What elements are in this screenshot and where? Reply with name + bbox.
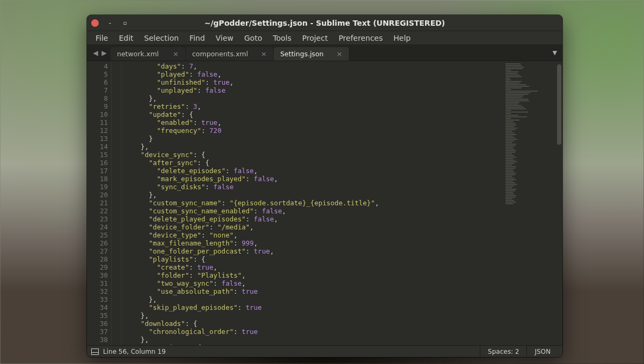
tab-settings-json[interactable]: Settings.json×	[274, 47, 349, 61]
code-line[interactable]: "downloads": {	[125, 320, 502, 328]
line-number[interactable]: 19	[87, 183, 108, 191]
line-number[interactable]: 36	[87, 320, 108, 328]
menu-selection[interactable]: Selection	[139, 32, 185, 44]
line-number[interactable]: 33	[87, 295, 108, 303]
code-line[interactable]: },	[125, 94, 502, 102]
line-number-gutter[interactable]: 4567891011121314151617181920212223242526…	[87, 61, 112, 345]
code-line[interactable]: "after_sync": {	[125, 159, 502, 167]
line-number[interactable]: 7	[87, 86, 108, 94]
code-line[interactable]: "custom_sync_name": "{episode.sortdate}_…	[125, 199, 502, 207]
menu-view[interactable]: View	[210, 32, 239, 44]
code-line[interactable]: "sync_disks": false	[125, 183, 502, 191]
line-number[interactable]: 6	[87, 78, 108, 86]
code-line[interactable]: }	[125, 135, 502, 143]
code-line[interactable]: "mark_episodes_played": false,	[125, 175, 502, 183]
line-number[interactable]: 29	[87, 263, 108, 271]
code-line[interactable]: "max_filename_length": 999,	[125, 239, 502, 247]
line-number[interactable]: 13	[87, 135, 108, 143]
code-line[interactable]: },	[125, 336, 502, 344]
tab-history-forward-icon[interactable]: ▶	[101, 49, 107, 57]
code-line[interactable]: "device_folder": "/media",	[125, 223, 502, 231]
code-line[interactable]: },	[125, 311, 502, 320]
line-number[interactable]: 24	[87, 223, 108, 231]
line-number[interactable]: 21	[87, 199, 108, 207]
code-line[interactable]: "retries": 3,	[125, 102, 502, 110]
tab-close-icon[interactable]: ×	[261, 50, 267, 58]
menu-edit[interactable]: Edit	[113, 32, 138, 44]
code-line[interactable]: "frequency": 720	[125, 127, 502, 135]
menu-help[interactable]: Help	[388, 32, 416, 44]
code-line[interactable]: "skip_played_episodes": true	[125, 303, 502, 311]
vertical-scrollbar[interactable]	[556, 61, 562, 345]
line-number[interactable]: 11	[87, 118, 108, 127]
titlebar[interactable]: – ▫ ~/gPodder/Settings.json - Sublime Te…	[87, 15, 562, 31]
tab-components-xml[interactable]: components.xml×	[186, 47, 274, 61]
line-number[interactable]: 30	[87, 271, 108, 279]
line-number[interactable]: 31	[87, 279, 108, 287]
line-number[interactable]: 34	[87, 303, 108, 311]
code-line[interactable]: "folder": "Playlists",	[125, 271, 502, 279]
code-line[interactable]: "create": true,	[125, 263, 502, 271]
line-number[interactable]: 37	[87, 328, 108, 336]
line-number[interactable]: 10	[87, 110, 108, 118]
line-number[interactable]: 15	[87, 151, 108, 159]
code-line[interactable]: "two_way_sync": false,	[125, 279, 502, 287]
code-line[interactable]: "enabled": true,	[125, 118, 502, 127]
code-line[interactable]: "days": 7,	[125, 62, 502, 70]
line-number[interactable]: 17	[87, 167, 108, 175]
code-line[interactable]: "custom_sync_name_enabled": false,	[125, 207, 502, 215]
code-line[interactable]: "played": false,	[125, 70, 502, 78]
code-line[interactable]: "playlists": {	[125, 255, 502, 263]
line-number[interactable]: 18	[87, 175, 108, 183]
line-number[interactable]: 12	[87, 127, 108, 135]
code-line[interactable]: "device_type": "none",	[125, 231, 502, 239]
code-line[interactable]: "delete_played_episodes": false,	[125, 215, 502, 223]
line-number[interactable]: 39	[87, 344, 108, 345]
code-line[interactable]: },	[125, 191, 502, 199]
window-maximize-button[interactable]: ▫	[121, 19, 129, 27]
tab-network-xml[interactable]: network.xml×	[111, 47, 186, 61]
window-close-button[interactable]	[91, 19, 99, 27]
tab-overflow-button[interactable]: ▼	[547, 45, 562, 61]
menu-project[interactable]: Project	[297, 32, 333, 44]
code-editor[interactable]: "days": 7, "played": false, "unfinished"…	[121, 61, 502, 345]
line-number[interactable]: 25	[87, 231, 108, 239]
line-number[interactable]: 32	[87, 287, 108, 295]
code-line[interactable]: "one_folder_per_podcast": true,	[125, 247, 502, 255]
menu-goto[interactable]: Goto	[239, 32, 267, 44]
scrollbar-thumb[interactable]	[557, 64, 561, 145]
tab-close-icon[interactable]: ×	[173, 50, 179, 58]
code-line[interactable]: },	[125, 143, 502, 151]
line-number[interactable]: 23	[87, 215, 108, 223]
line-number[interactable]: 28	[87, 255, 108, 263]
panel-switcher-icon[interactable]	[91, 348, 99, 355]
line-number[interactable]: 4	[87, 62, 108, 70]
line-number[interactable]: 8	[87, 94, 108, 102]
indentation-setting[interactable]: Spaces: 2	[480, 346, 526, 357]
code-line[interactable]: "update": {	[125, 110, 502, 118]
line-number[interactable]: 5	[87, 70, 108, 78]
line-number[interactable]: 27	[87, 247, 108, 255]
code-line[interactable]: "use_absolute_path": true	[125, 287, 502, 295]
line-number[interactable]: 16	[87, 159, 108, 167]
line-number[interactable]: 14	[87, 143, 108, 151]
tab-history-back-icon[interactable]: ◀	[92, 49, 99, 57]
line-number[interactable]: 9	[87, 102, 108, 110]
code-line[interactable]: "delete_episodes": false,	[125, 167, 502, 175]
minimap[interactable]	[502, 61, 556, 345]
fold-gutter[interactable]	[112, 61, 121, 345]
line-number[interactable]: 35	[87, 311, 108, 320]
code-line[interactable]: "chronological_order": true	[125, 328, 502, 336]
menu-file[interactable]: File	[90, 32, 113, 44]
line-number[interactable]: 26	[87, 239, 108, 247]
code-line[interactable]: "unfinished": true,	[125, 78, 502, 86]
code-line[interactable]: "device_sync": {	[125, 151, 502, 159]
code-line[interactable]: "extensions": {	[125, 344, 502, 345]
tab-close-icon[interactable]: ×	[336, 50, 342, 58]
cursor-position[interactable]: Line 56, Column 19	[103, 348, 166, 355]
line-number[interactable]: 20	[87, 191, 108, 199]
line-number[interactable]: 38	[87, 336, 108, 344]
syntax-setting[interactable]: JSON	[526, 346, 558, 357]
menu-preferences[interactable]: Preferences	[333, 32, 388, 44]
menu-tools[interactable]: Tools	[267, 32, 297, 44]
